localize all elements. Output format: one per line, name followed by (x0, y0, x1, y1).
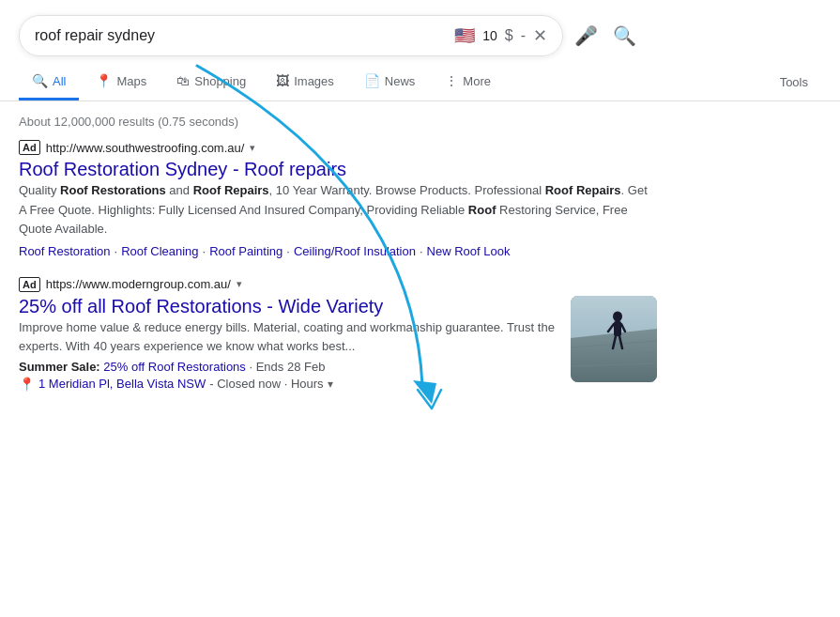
ad-url-1: http://www.southwestroofing.com.au/ (46, 141, 245, 155)
result-desc-1: Quality Roof Restorations and Roof Repai… (19, 181, 657, 239)
svg-marker-2 (571, 329, 657, 382)
tab-shopping[interactable]: 🛍 Shopping (163, 64, 259, 100)
flag-icon: 🇺🇸 (454, 25, 475, 46)
ad-url-2: https://www.moderngroup.com.au/ (46, 277, 231, 291)
result-link-newroof[interactable]: New Roof Look (427, 244, 511, 258)
tab-images-label: Images (294, 74, 334, 88)
tab-images[interactable]: 🖼 Images (263, 64, 347, 100)
ad-badge-1: Ad (19, 140, 40, 155)
result-links-1: Roof Restoration · Roof Cleaning · Roof … (19, 244, 657, 258)
search-controls: 🇺🇸 10 $ - ✕ (454, 25, 547, 46)
results-area: About 12,000,000 results (0.75 seconds) … (0, 101, 840, 420)
maps-icon: 📍 (96, 73, 112, 88)
clear-button[interactable]: ✕ (533, 25, 547, 46)
tab-all-label: All (53, 74, 66, 88)
dollar-icon: $ (505, 27, 513, 44)
result-thumbnail-2 (571, 296, 657, 382)
tab-maps-label: Maps (116, 74, 146, 88)
location-address[interactable]: 1 Meridian Pl, Bella Vista NSW (38, 377, 206, 391)
sale-link[interactable]: 25% off Roof Restorations (103, 360, 246, 374)
sale-ends: · Ends 28 Feb (249, 360, 325, 374)
ad-dropdown-icon-1[interactable]: ▾ (250, 142, 255, 154)
hours-dropdown-icon[interactable]: ▾ (328, 378, 333, 391)
location-suffix: - Closed now · Hours (209, 377, 323, 391)
result-link-cleaning[interactable]: Roof Cleaning (121, 244, 198, 258)
navigation-tabs: 🔍 All 📍 Maps 🛍 Shopping 🖼 Images 📄 News … (0, 56, 840, 101)
result-ad-2: Ad https://www.moderngroup.com.au/ ▾ 25%… (19, 277, 657, 392)
all-icon: 🔍 (32, 73, 48, 88)
news-icon: 📄 (364, 73, 380, 88)
shopping-icon: 🛍 (176, 73, 190, 88)
tools-button[interactable]: Tools (767, 66, 821, 99)
result-link-restoration[interactable]: Roof Restoration (19, 244, 111, 258)
result-content-2: Ad https://www.moderngroup.com.au/ ▾ 25%… (19, 277, 559, 392)
ad-label-1: Ad http://www.southwestroofing.com.au/ ▾ (19, 140, 657, 155)
sale-line-2: Summer Sale: 25% off Roof Restorations ·… (19, 360, 559, 374)
ad-label-2: Ad https://www.moderngroup.com.au/ ▾ (19, 277, 559, 292)
tab-more-label: More (463, 74, 491, 88)
location-pin-icon: 📍 (19, 377, 35, 392)
result-count: 10 (482, 28, 497, 43)
tab-news-label: News (385, 74, 416, 88)
result-title-2[interactable]: 25% off all Roof Restorations - Wide Var… (19, 296, 383, 316)
mic-button[interactable]: 🎤 (574, 24, 598, 47)
svg-rect-7 (614, 321, 621, 336)
search-bar[interactable]: roof repair sydney 🇺🇸 10 $ - ✕ (19, 15, 563, 56)
images-icon: 🖼 (276, 73, 289, 88)
result-desc-2: Improve home value & reduce energy bills… (19, 318, 559, 357)
tab-all[interactable]: 🔍 All (19, 64, 79, 100)
thumbnail-svg (571, 296, 657, 382)
search-query: roof repair sydney (35, 27, 445, 44)
search-header: roof repair sydney 🇺🇸 10 $ - ✕ 🎤 🔍 (0, 0, 840, 56)
result-ad-1: Ad http://www.southwestroofing.com.au/ ▾… (19, 140, 657, 258)
ad-badge-2: Ad (19, 277, 40, 292)
search-button[interactable]: 🔍 (613, 24, 636, 47)
ad-dropdown-icon-2[interactable]: ▾ (237, 278, 242, 290)
result-with-image-2: Ad https://www.moderngroup.com.au/ ▾ 25%… (19, 277, 657, 392)
more-dots-icon: ⋮ (445, 73, 458, 88)
result-link-insulation[interactable]: Ceiling/Roof Insulation (294, 244, 416, 258)
tab-maps[interactable]: 📍 Maps (83, 64, 160, 100)
separator: - (521, 27, 526, 44)
results-stats: About 12,000,000 results (0.75 seconds) (19, 109, 821, 140)
tab-more[interactable]: ⋮ More (432, 64, 504, 100)
svg-point-6 (613, 311, 622, 321)
sale-label: Summer Sale: (19, 360, 100, 374)
tab-shopping-label: Shopping (194, 74, 246, 88)
result-link-painting[interactable]: Roof Painting (209, 244, 283, 258)
result-title-1[interactable]: Roof Restoration Sydney - Roof repairs (19, 159, 346, 179)
location-line-2: 📍 1 Meridian Pl, Bella Vista NSW - Close… (19, 377, 559, 392)
thumbnail-image-2 (571, 296, 657, 382)
tab-news[interactable]: 📄 News (351, 64, 429, 100)
